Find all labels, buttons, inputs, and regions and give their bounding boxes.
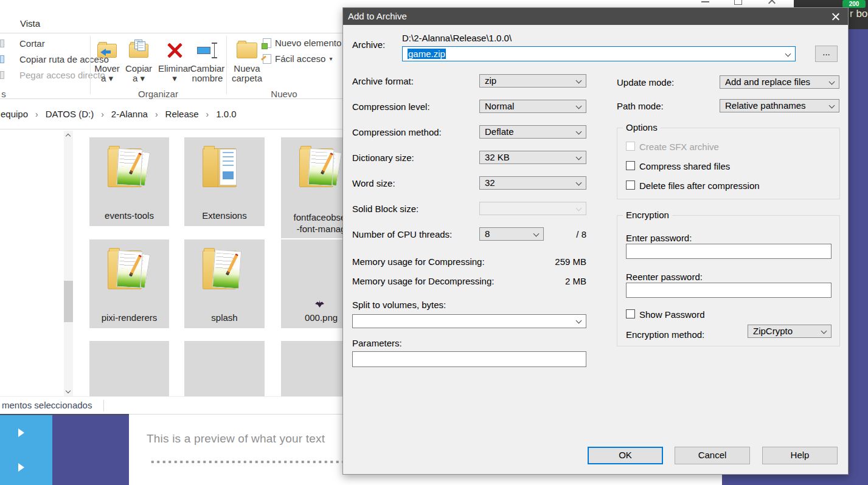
options-group-label: Options [623,122,661,132]
chevron-down-icon [576,154,582,160]
list-item-pixi-renderers[interactable]: pixi-renderers [89,239,169,328]
band-top-edge [0,414,129,415]
cancel-button[interactable]: Cancel [675,447,750,464]
breadcrumb-separator: › [35,109,38,119]
folder-extensions-icon [195,143,254,199]
chevron-down-icon[interactable] [785,51,791,57]
copy-to-button[interactable]: Copiar a ▾ [123,37,155,83]
screen: Vista Cortar Copiar ruta de acceso Pegar… [0,0,868,485]
archive-format-label: Archive format: [352,76,414,86]
memory-decompress-value: 2 MB [513,276,586,286]
create-sfx-checkbox [626,142,635,151]
list-item-placeholder[interactable] [184,341,265,396]
compress-shared-checkbox[interactable] [626,161,635,170]
breadcrumb-separator: › [155,109,158,119]
scroll-up-icon[interactable] [66,134,71,139]
split-volumes-combobox[interactable] [352,314,586,328]
parameters-input[interactable] [352,351,586,367]
delete-after-label: Delete files after compression [639,181,760,191]
chevron-down-icon: ▾ [329,55,332,62]
show-password-checkbox[interactable] [626,309,635,318]
folder-documents-icon [292,143,350,199]
folder-document-icon [195,246,254,301]
new-folder-button[interactable]: Nueva carpeta [230,37,264,83]
browse-button[interactable]: ... [815,46,838,62]
dialog-titlebar: Add to Archive [343,8,848,25]
delete-label2: ▾ [172,74,177,83]
minimize-icon[interactable] [701,1,709,2]
tab-vista[interactable]: Vista [20,18,40,29]
archive-name-combobox[interactable]: game.zip [402,46,796,61]
play-arrow-icon[interactable] [18,428,24,437]
memory-compress-value: 259 MB [513,256,586,267]
ribbon-separator [90,36,91,94]
rename-button[interactable]: Cambiar nombre [190,37,224,83]
breadcrumb-item-datos[interactable]: DATOS (D:) [46,109,94,119]
chevron-down-icon [576,78,582,84]
play-arrow-icon[interactable] [18,463,24,472]
compression-level-select[interactable]: Normal [479,100,586,113]
compression-level-label: Compression level: [352,101,430,112]
encryption-method-select[interactable]: ZipCrypto [748,325,832,338]
breadcrumb-item-100[interactable]: 1.0.0 [216,109,236,119]
chevron-down-icon [576,180,582,186]
move-to-label: Mover [94,64,120,74]
list-item-splash[interactable]: splash [184,239,265,328]
compression-method-select[interactable]: Deflate [479,125,586,139]
maximize-icon[interactable] [734,0,742,5]
breadcrumb-item-2-alanna[interactable]: 2-Alanna [111,109,148,119]
chevron-down-icon [533,231,540,237]
encryption-group-label: Encryption [623,210,672,220]
list-item-placeholder[interactable] [89,341,169,396]
breadcrumb-separator: › [101,109,104,119]
help-button[interactable]: Help [762,447,838,464]
enter-password-input[interactable] [626,244,832,259]
ok-button[interactable]: OK [588,447,663,464]
move-to-icon [97,44,117,58]
reenter-password-input[interactable] [626,283,832,298]
delete-icon [166,42,183,59]
chevron-down-icon [576,318,582,324]
carousel-sidebar [0,414,52,485]
dotted-line [150,460,344,464]
delete-button[interactable]: Eliminar ▾ [157,37,192,83]
new-item-button[interactable]: Nuevo elemento ▾ [263,38,348,48]
delete-after-checkbox[interactable] [626,181,635,190]
scrollbar-thumb[interactable] [64,281,73,322]
breadcrumb-separator: › [206,109,209,119]
breadcrumb-item-release[interactable]: Release [165,109,199,119]
list-item-events-tools[interactable]: events-tools [89,137,169,226]
path-mode-label: Path mode: [617,101,664,111]
archive-format-select[interactable]: zip [479,74,586,88]
move-to-button[interactable]: Mover a ▾ [91,37,123,83]
close-icon[interactable] [831,12,840,21]
split-volumes-label: Split to volumes, bytes: [352,300,446,310]
easy-access-button[interactable]: Fácil acceso ▾ [263,53,332,64]
scrollbar[interactable] [64,131,73,396]
encryption-group: Encryption Enter password: Reenter passw… [617,215,840,346]
copy-to-label: Copiar [125,64,152,74]
dictionary-size-select[interactable]: 32 KB [479,151,586,164]
scroll-down-icon[interactable] [66,388,71,393]
copy-to-label2: a ▾ [133,74,145,83]
list-item-extensions[interactable]: Extensions [184,137,265,226]
update-mode-select[interactable]: Add and replace files [720,75,839,89]
breadcrumb-item-equipo[interactable]: equipo [1,109,28,119]
word-size-select[interactable]: 32 [479,176,586,190]
chevron-down-icon [829,79,835,85]
cpu-threads-select[interactable]: 8 [479,227,544,241]
browser-header-text: r boo [850,8,868,20]
path-mode-select[interactable]: Relative pathnames [720,99,839,112]
cut-icon [0,40,4,47]
easy-access-icon [263,54,271,64]
chevron-down-icon [576,129,582,135]
ribbon-cut-button[interactable]: Cortar [19,38,45,49]
close-icon[interactable] [767,0,776,5]
easy-access-label: Fácil acceso [275,53,325,64]
new-folder-label: Nueva [234,64,260,74]
memory-decompress-label: Memory usage for Decompressing: [352,276,494,286]
cpu-threads-label: Number of CPU threads: [352,229,452,239]
rename-label: Cambiar [190,64,225,74]
preview-text: This is a preview of what your text [147,432,325,445]
solid-block-size-select [479,202,586,215]
